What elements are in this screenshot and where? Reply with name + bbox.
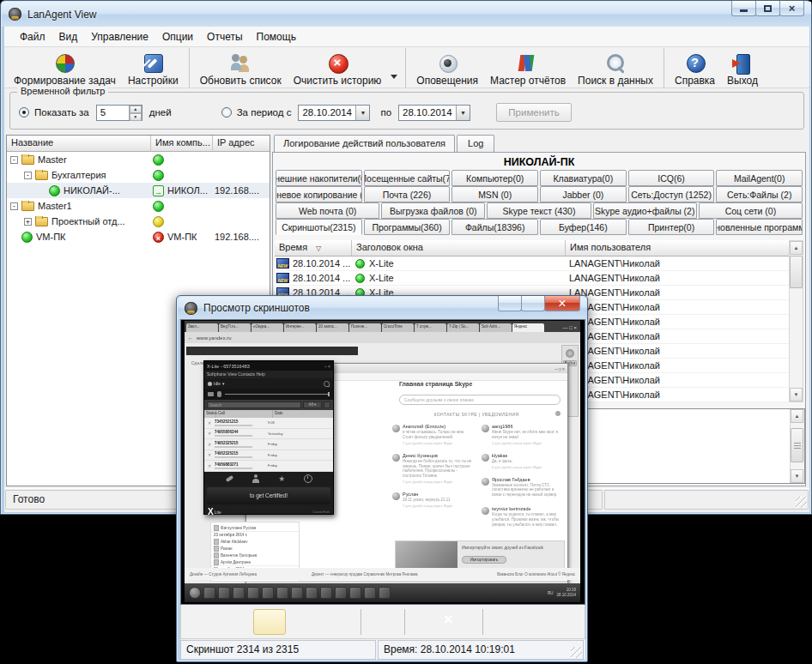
toolbar-button[interactable]: Выход xyxy=(721,48,764,88)
menu-item[interactable]: Управление xyxy=(84,28,155,45)
close-button[interactable]: × xyxy=(779,1,804,16)
menu-item[interactable]: Файл xyxy=(13,28,52,45)
log-main-tab[interactable]: Log xyxy=(457,135,494,152)
viewer-nav-button[interactable] xyxy=(322,609,354,635)
viewer-nav-button[interactable] xyxy=(482,609,520,635)
tree-expander-icon[interactable]: - xyxy=(24,172,32,179)
tree-expander-icon[interactable]: - xyxy=(10,156,18,164)
viewer-nav-button[interactable] xyxy=(185,609,217,635)
category-tab[interactable]: MailAgent(0) xyxy=(716,170,803,186)
computer-title: НИКОЛАЙ-ПК xyxy=(273,153,805,170)
tree-row[interactable]: - Бухгалтерия xyxy=(7,167,270,183)
dialog-minimize-button[interactable] xyxy=(498,296,522,311)
show-days-radio[interactable] xyxy=(19,107,29,118)
category-tab[interactable]: Установленные программы(2) xyxy=(716,219,803,235)
category-tab[interactable]: Skype аудио+файлы (2) xyxy=(593,202,697,219)
category-tab[interactable]: MSN (0) xyxy=(451,186,538,202)
menu-item[interactable]: Вид xyxy=(52,28,85,45)
tree-column-header[interactable]: Имя компь... xyxy=(151,136,213,152)
toolbar-button[interactable]: Обновить список xyxy=(189,48,288,88)
category-tab[interactable]: Принтер(0) xyxy=(628,219,715,235)
table-row[interactable]: 28.10.2014 ... X-Lite LANAGENT\Николай xyxy=(275,271,791,286)
apply-button[interactable]: Применить xyxy=(496,103,572,122)
tree-row[interactable]: НИКОЛАЙ-... НИКОЛ... 192.168.... xyxy=(7,183,270,198)
category-tab[interactable]: Соц сети (0) xyxy=(699,202,803,219)
log-main-tab[interactable]: Логирование действий пользователя xyxy=(274,135,455,152)
category-tab[interactable]: Web почта (0) xyxy=(276,202,379,219)
toolbar-button[interactable]: Справка xyxy=(664,48,721,88)
scroll-down-icon[interactable]: ▼ xyxy=(790,388,803,401)
viewer-nav-button[interactable] xyxy=(361,609,398,635)
date-from-select[interactable]: 28.10.2014 ▼ xyxy=(298,105,370,121)
app-status-icon xyxy=(355,259,365,269)
maximize-button[interactable] xyxy=(755,1,780,16)
tree-column-header[interactable]: IP адрес xyxy=(213,136,270,152)
menu-item[interactable]: Отчеты xyxy=(200,28,249,45)
period-radio[interactable] xyxy=(221,107,232,118)
scroll-down-icon[interactable]: ▼ xyxy=(791,469,803,483)
table-row[interactable]: 28.10.2014 ... X-Lite LANAGENT\Николай xyxy=(275,257,791,271)
spinner-up-icon[interactable]: ▲ xyxy=(130,106,142,113)
dialog-maximize-button[interactable] xyxy=(521,296,545,311)
menu-item[interactable]: Помощь xyxy=(250,28,303,45)
toolbar-button[interactable]: Оповещения xyxy=(405,48,484,88)
category-tab[interactable]: ICQ(6) xyxy=(628,170,715,186)
tree-expander-icon[interactable]: - xyxy=(10,202,18,210)
viewer-nav-button[interactable] xyxy=(253,609,286,635)
days-spinner[interactable]: 5 ▲▼ xyxy=(96,105,142,121)
category-tab[interactable]: Посещенные сайты(7) xyxy=(364,170,451,186)
table-scrollbar[interactable]: ▲ ▼ xyxy=(789,240,803,402)
category-tab[interactable]: Буфер(146) xyxy=(540,219,627,235)
tree-row[interactable]: - Master1 xyxy=(7,198,270,214)
category-tab[interactable]: Внешние накопители(0) xyxy=(276,170,362,186)
close-icon: × xyxy=(558,296,566,311)
resize-grip[interactable] xyxy=(796,497,807,508)
viewer-nav-button[interactable] xyxy=(404,609,442,635)
category-tab[interactable]: Сеть:Доступ (1252) xyxy=(628,186,715,202)
user-column-header[interactable]: Имя пользователя xyxy=(566,240,791,257)
date-to-select[interactable]: 28.10.2014 ▼ xyxy=(398,105,470,121)
record-user: LANAGENT\Николай xyxy=(566,273,791,283)
toolbar-button[interactable] xyxy=(387,48,401,88)
toolbar-button[interactable]: Мастер отчётов xyxy=(484,48,572,88)
category-tab[interactable]: Выгрузка файлов (0) xyxy=(381,202,485,219)
category-tab[interactable]: Файлы(18396) xyxy=(451,219,538,235)
viewer-nav-button[interactable] xyxy=(288,609,320,635)
tree-row[interactable]: + Проектный отд... xyxy=(7,214,270,229)
category-tab[interactable]: Почта (226) xyxy=(364,186,451,202)
tree-expander-icon[interactable]: + xyxy=(24,218,32,226)
category-tab[interactable]: Skype текст (430) xyxy=(487,202,591,219)
category-tab[interactable]: Клавиатура(0) xyxy=(540,170,627,186)
title-bar[interactable]: LanAgent View xyxy=(2,2,811,27)
category-tab[interactable]: Теневое копирование (0) xyxy=(276,186,362,202)
resize-grip[interactable] xyxy=(571,647,582,658)
scrollbar-thumb[interactable] xyxy=(790,256,803,288)
toolbar-button[interactable]: Формирование задач xyxy=(8,48,122,88)
minimize-button[interactable] xyxy=(731,1,756,16)
toolbar-button[interactable]: Очистить историю xyxy=(288,48,388,88)
toolbar-button[interactable]: Поиск в данных xyxy=(572,48,659,88)
tree-column-header[interactable]: Название xyxy=(7,136,151,152)
category-tab[interactable]: Сеть:Файлы (2) xyxy=(716,186,803,202)
spinner-down-icon[interactable]: ▼ xyxy=(130,113,142,121)
menu-item[interactable]: Опции xyxy=(155,28,200,45)
detail-scrollbar[interactable]: ▲ ▼ xyxy=(790,409,804,483)
dropdown-arrow-icon[interactable]: ▼ xyxy=(456,106,470,120)
scroll-up-icon[interactable]: ▲ xyxy=(790,241,803,255)
category-tab[interactable]: Jabber (0) xyxy=(540,186,627,202)
time-column-header[interactable]: Время▽ xyxy=(275,240,352,257)
dropdown-arrow-icon[interactable]: ▼ xyxy=(355,106,369,120)
category-tab[interactable]: Скриншоты(2315) xyxy=(276,219,362,235)
category-tab[interactable]: Программы(360) xyxy=(364,219,451,235)
tree-row[interactable]: - Master xyxy=(7,152,270,167)
viewer-nav-button[interactable] xyxy=(219,609,251,635)
dialog-close-button[interactable]: × xyxy=(544,296,580,311)
screenshot-image: Закл...BegTl.ru...«Окдка...Интерне...20 … xyxy=(185,321,580,602)
scrollbar-thumb[interactable] xyxy=(791,428,803,462)
viewer-nav-button[interactable] xyxy=(444,609,476,635)
toolbar-button[interactable]: Настройки xyxy=(122,48,185,88)
category-tab[interactable]: Компьютер(0) xyxy=(451,170,538,186)
window-title-column-header[interactable]: Заголовок окна xyxy=(352,240,566,257)
scroll-up-icon[interactable]: ▲ xyxy=(791,409,803,423)
tree-row[interactable]: VM-ПК VM-ПК 192.168.... xyxy=(7,229,270,244)
